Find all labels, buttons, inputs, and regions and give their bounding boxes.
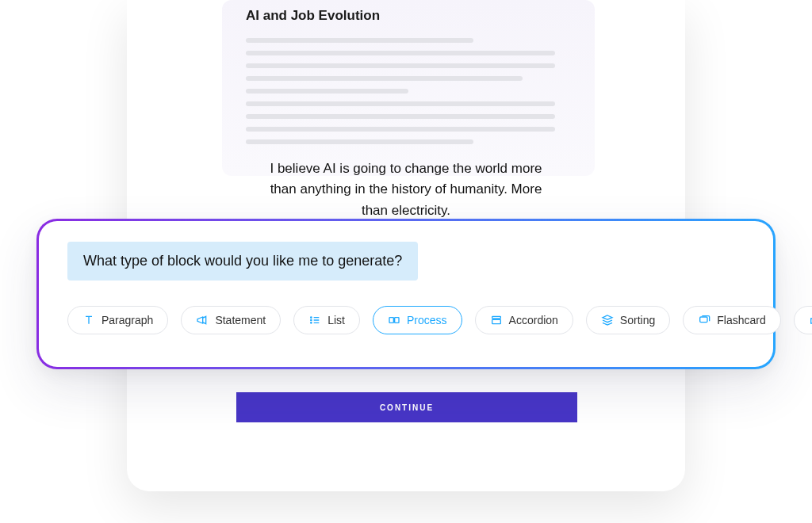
- option-list[interactable]: List: [293, 306, 360, 334]
- option-label: Statement: [215, 314, 266, 326]
- tabs-icon: [809, 314, 812, 326]
- svg-rect-3: [389, 318, 393, 323]
- ai-question-bubble: What type of block would you like me to …: [67, 242, 418, 281]
- list-icon: [308, 314, 321, 326]
- svg-rect-5: [492, 316, 500, 319]
- process-icon: [388, 314, 400, 326]
- option-label: Flashcard: [717, 314, 765, 326]
- option-sorting[interactable]: Sorting: [586, 306, 670, 334]
- svg-point-1: [311, 319, 312, 320]
- block-options-row: Paragraph Statement List Process: [67, 306, 745, 334]
- text-icon: [82, 314, 95, 326]
- svg-rect-7: [700, 317, 707, 323]
- option-process[interactable]: Process: [373, 306, 462, 334]
- svg-point-0: [311, 317, 312, 318]
- option-label: Sorting: [620, 314, 655, 326]
- ai-question-text: What type of block would you like me to …: [83, 253, 402, 269]
- option-accordion[interactable]: Accordion: [475, 306, 573, 334]
- svg-point-2: [311, 323, 312, 323]
- card-icon: [698, 314, 710, 326]
- excerpt-title: AI and Job Evolution: [246, 8, 571, 24]
- option-statement[interactable]: Statement: [181, 306, 281, 334]
- excerpt-box: AI and Job Evolution: [222, 0, 595, 176]
- option-label: Accordion: [509, 314, 558, 326]
- option-label: List: [327, 314, 345, 326]
- ai-block-chooser: What type of block would you like me to …: [36, 219, 776, 369]
- megaphone-icon: [196, 314, 209, 326]
- svg-rect-6: [492, 319, 500, 323]
- excerpt-placeholder: [246, 38, 571, 144]
- option-label: Paragraph: [102, 314, 153, 326]
- option-label: Process: [407, 314, 447, 326]
- option-tabs[interactable]: Tabs: [794, 306, 812, 334]
- continue-button[interactable]: CONTINUE: [236, 392, 577, 422]
- document-body-text: I believe AI is going to change the worl…: [127, 158, 685, 221]
- accordion-icon: [490, 314, 503, 326]
- svg-rect-4: [395, 318, 399, 323]
- stack-icon: [601, 314, 614, 326]
- continue-button-label: CONTINUE: [380, 403, 434, 412]
- option-flashcard[interactable]: Flashcard: [683, 306, 780, 334]
- option-paragraph[interactable]: Paragraph: [67, 306, 168, 334]
